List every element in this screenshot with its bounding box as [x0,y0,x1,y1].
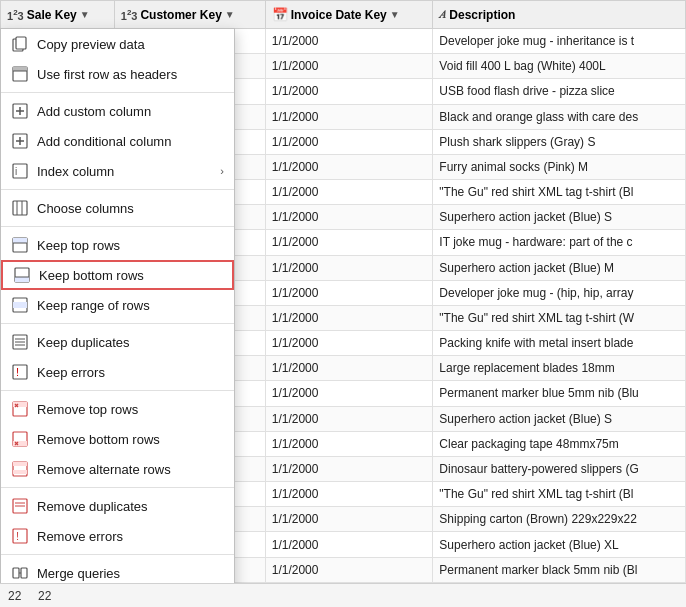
menu-label-choose-columns: Choose columns [37,201,224,216]
menu-item-keep-top-rows[interactable]: Keep top rows [1,230,234,260]
menu-label-remove-bottom-rows: Remove bottom rows [37,432,224,447]
svg-rect-35 [13,441,27,446]
col-label-sale: Sale Key [27,8,77,22]
menu-item-add-conditional-col[interactable]: Add conditional column [1,126,234,156]
cell-desc: Shipping carton (Brown) 229x229x22 [433,507,686,532]
cell-desc: Permanent marker blue 5mm nib (Blu [433,381,686,406]
context-menu[interactable]: Copy preview dataUse first row as header… [0,28,235,583]
svg-text:!: ! [16,530,19,542]
cell-desc: Packing knife with metal insert blade [433,331,686,356]
svg-rect-13 [13,201,27,215]
cell-date: 1/1/2000 [265,507,433,532]
cell-date: 1/1/2000 [265,280,433,305]
cell-desc: "The Gu" red shirt XML tag t-shirt (W [433,305,686,330]
col-dropdown-sale[interactable]: ▼ [80,9,90,20]
cell-desc: Furry animal socks (Pink) M [433,154,686,179]
col-header-invoice-date[interactable]: 📅 Invoice Date Key ▼ [265,1,433,29]
menu-label-keep-bottom-rows: Keep bottom rows [39,268,222,283]
menu-label-keep-duplicates: Keep duplicates [37,335,224,350]
col-header-sale-key[interactable]: 123 Sale Key ▼ [1,1,115,29]
menu-item-keep-range-rows[interactable]: Keep range of rows [1,290,234,320]
cell-date: 1/1/2000 [265,356,433,381]
status-col-value: 22 [38,589,51,603]
cell-date: 1/1/2000 [265,154,433,179]
col-dropdown-date[interactable]: ▼ [390,9,400,20]
menu-item-remove-errors[interactable]: !Remove errors [1,521,234,551]
cell-desc: Superhero action jacket (Blue) XL [433,532,686,557]
svg-rect-1 [16,37,26,49]
cell-date: 1/1/2000 [265,381,433,406]
col-label-desc: Description [449,8,515,22]
menu-separator [1,390,234,391]
svg-text:i: i [15,166,17,177]
col-label-date: Invoice Date Key [291,8,387,22]
menu-label-keep-errors: Keep errors [37,365,224,380]
menu-label-index-column: Index column [37,164,212,179]
cell-date: 1/1/2000 [265,482,433,507]
menu-item-keep-duplicates[interactable]: Keep duplicates [1,327,234,357]
table-container: 123 Sale Key ▼ 123 Customer Key ▼ 📅 [0,0,686,583]
status-row-count: 22 [8,589,21,603]
cell-desc: Developer joke mug - (hip, hip, array [433,280,686,305]
col-header-description[interactable]: 𝐴 Description [433,1,686,29]
svg-text:!: ! [16,366,19,378]
menu-item-remove-alternate-rows[interactable]: Remove alternate rows [1,454,234,484]
menu-item-remove-bottom-rows[interactable]: Remove bottom rows [1,424,234,454]
menu-item-add-custom-col[interactable]: Add custom column [1,96,234,126]
cell-desc: "The Gu" red shirt XML tag t-shirt (Bl [433,482,686,507]
cell-desc: Superhero action jacket (Blue) S [433,406,686,431]
menu-label-remove-alternate-rows: Remove alternate rows [37,462,224,477]
svg-rect-39 [13,462,27,466]
cell-desc: Black and orange glass with care des [433,104,686,129]
menu-item-remove-top-rows[interactable]: Remove top rows [1,394,234,424]
menu-item-copy-preview[interactable]: Copy preview data [1,29,234,59]
cell-date: 1/1/2000 [265,456,433,481]
cell-desc: "The Gu" red shirt XML tag t-shirt (Bl [433,180,686,205]
menu-separator [1,189,234,190]
menu-separator [1,92,234,93]
cell-date: 1/1/2000 [265,180,433,205]
col-header-customer-key[interactable]: 123 Customer Key ▼ [114,1,265,29]
cell-desc: Superhero action jacket (Blue) M [433,255,686,280]
status-bar: 22 22 [0,583,686,607]
svg-rect-20 [15,277,29,282]
menu-icon-choose-columns [11,199,29,217]
menu-separator [1,554,234,555]
menu-icon-index-column: i [11,162,29,180]
menu-item-keep-bottom-rows[interactable]: Keep bottom rows [1,260,234,290]
menu-icon-keep-duplicates [11,333,29,351]
menu-separator [1,226,234,227]
cell-date: 1/1/2000 [265,532,433,557]
menu-label-merge-queries: Merge queries [37,566,224,581]
svg-rect-23 [13,302,27,308]
cell-desc: Developer joke mug - inheritance is t [433,29,686,54]
cell-desc: Permanent marker black 5mm nib (Bl [433,557,686,582]
menu-item-index-column[interactable]: iIndex column› [1,156,234,186]
svg-rect-3 [13,67,27,71]
cell-desc: Clear packaging tape 48mmx75m [433,431,686,456]
menu-item-merge-queries[interactable]: Merge queries [1,558,234,583]
cell-desc: Plush shark slippers (Gray) S [433,129,686,154]
menu-arrow-index-column: › [220,165,224,177]
svg-rect-47 [21,568,27,578]
menu-icon-add-custom-col [11,102,29,120]
menu-icon-keep-errors: ! [11,363,29,381]
menu-item-remove-duplicates[interactable]: Remove duplicates [1,491,234,521]
menu-item-choose-columns[interactable]: Choose columns [1,193,234,223]
col-type-icon-date: 📅 [272,7,288,22]
col-label-customer: Customer Key [140,8,221,22]
menu-separator [1,487,234,488]
menu-icon-use-first-row [11,65,29,83]
col-type-icon-desc: 𝐴 [439,8,446,21]
cell-desc: USB food flash drive - pizza slice [433,79,686,104]
col-dropdown-customer[interactable]: ▼ [225,9,235,20]
menu-label-copy-preview: Copy preview data [37,37,224,52]
menu-item-use-first-row[interactable]: Use first row as headers [1,59,234,89]
menu-item-keep-errors[interactable]: !Keep errors [1,357,234,387]
cell-date: 1/1/2000 [265,54,433,79]
menu-icon-keep-range-rows [11,296,29,314]
cell-desc: Void fill 400 L bag (White) 400L [433,54,686,79]
svg-rect-46 [13,568,19,578]
menu-label-add-custom-col: Add custom column [37,104,224,119]
menu-icon-keep-bottom-rows [13,266,31,284]
